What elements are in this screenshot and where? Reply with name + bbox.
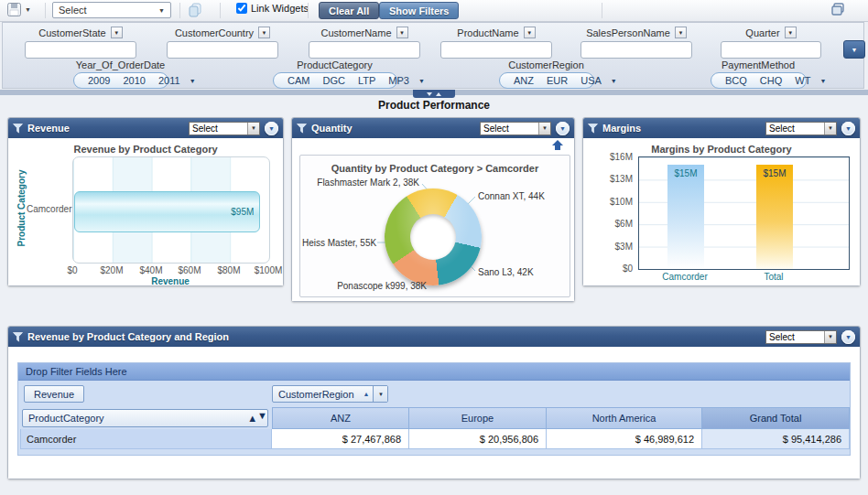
chevron-down-icon: ▼ xyxy=(399,30,405,36)
link-widgets-toggle[interactable]: Link Widgets xyxy=(236,3,309,14)
option-chq[interactable]: CHQ xyxy=(754,75,788,86)
select-value: Select xyxy=(766,332,824,342)
sort-ascending-icon[interactable]: ▲ xyxy=(247,413,257,424)
group-label: ProductCategory xyxy=(273,59,396,70)
chevron-down-icon[interactable]: ▼ xyxy=(418,78,425,84)
option-2010[interactable]: 2010 xyxy=(116,75,151,86)
save-menu-arrow-icon[interactable]: ▼ xyxy=(25,6,31,13)
link-widgets-checkbox[interactable] xyxy=(236,3,247,14)
chevron-down-icon[interactable]: ▼ xyxy=(611,78,617,84)
pivot-panel-menu-button[interactable]: ▼ xyxy=(841,330,855,344)
drop-filter-zone[interactable]: Drop Filter Fields Here xyxy=(18,363,850,381)
customername-input[interactable] xyxy=(309,41,420,59)
chevron-down-icon: ▼ xyxy=(559,125,566,132)
quantity-select-dropdown[interactable]: Select ▼ xyxy=(480,122,551,135)
option-ltp[interactable]: LTP xyxy=(352,75,382,86)
customerstate-input[interactable] xyxy=(25,41,136,59)
camcorder-bar[interactable]: $95M xyxy=(74,191,260,232)
more-filters-button[interactable]: ▼ xyxy=(843,40,865,59)
filter-customername: CustomerName▼ xyxy=(309,27,420,59)
measure-revenue-button[interactable]: Revenue xyxy=(24,385,84,403)
filter-menu-button[interactable]: ▼ xyxy=(524,27,536,38)
table-row: Camcorder $ 27,467,868 $ 20,956,806 $ 46… xyxy=(20,429,850,449)
margins-panel-menu-button[interactable]: ▼ xyxy=(841,122,855,135)
revenue-panel-menu-button[interactable]: ▼ xyxy=(265,122,278,135)
select-value: Select xyxy=(481,124,538,134)
toolbar-separator xyxy=(179,3,180,18)
option-cam[interactable]: CAM xyxy=(281,75,316,86)
column-header-northamerica: North America xyxy=(547,407,702,429)
filter-menu-button[interactable]: ▼ xyxy=(675,27,687,38)
column-header-europe: Europe xyxy=(409,407,547,429)
option-bcq[interactable]: BCQ xyxy=(719,75,754,86)
panel-title: Revenue xyxy=(27,123,70,134)
chevron-down-icon: ▼ xyxy=(526,30,532,36)
quantity-panel-menu-button[interactable]: ▼ xyxy=(556,122,570,135)
productcategory-field-button[interactable]: ProductCategory ▲ ▼ xyxy=(22,409,268,427)
x-tick: $40M xyxy=(133,265,169,275)
filter-menu-button[interactable]: ▼ xyxy=(111,27,123,38)
filter-customercountry: CustomerCountry▼ xyxy=(167,27,278,59)
drill-up-button[interactable] xyxy=(552,140,563,151)
collapse-filters-handle[interactable] xyxy=(413,90,455,98)
copy-widget-button[interactable] xyxy=(187,2,203,18)
filter-menu-button[interactable]: ▼ xyxy=(785,27,797,38)
y-tick: $0 xyxy=(598,264,633,274)
group-label: CustomerRegion xyxy=(499,59,593,70)
plot-area: $15M $15M xyxy=(638,156,850,270)
chevron-down-icon[interactable]: ▼ xyxy=(190,78,196,84)
quantity-panel-header: Quantity Select ▼ ▼ xyxy=(292,118,574,138)
quantity-chart-area: Quantity by Product Category > Camcorder… xyxy=(292,138,574,301)
save-button[interactable]: ▼ xyxy=(6,2,31,17)
revenue-chart-area: Revenue by Product Category Product Cate… xyxy=(8,138,283,285)
filter-label: ProductName xyxy=(457,27,518,38)
pivot-panel: Revenue by Product Category and Region S… xyxy=(7,326,861,479)
productcategory-group: CAM DGC LTP MP3 ▼ xyxy=(273,72,397,89)
filter-customerstate: CustomerState▼ xyxy=(25,27,136,59)
option-anz[interactable]: ANZ xyxy=(507,75,540,86)
clear-all-button[interactable]: Clear All xyxy=(319,2,379,19)
option-wt[interactable]: WT xyxy=(788,75,817,86)
restore-window-button[interactable] xyxy=(830,2,847,17)
chevron-down-icon: ▼ xyxy=(824,331,836,343)
field-menu-button[interactable]: ▼ xyxy=(257,410,267,426)
slice-label-flashmaster: Flashmaster Mark 2, 38K xyxy=(313,178,419,188)
toolbar-select-dropdown[interactable]: Select ▼ xyxy=(52,2,171,18)
option-dgc[interactable]: DGC xyxy=(316,75,351,86)
revenue-select-dropdown[interactable]: Select ▼ xyxy=(189,122,260,135)
panel-title: Revenue by Product Category and Region xyxy=(27,331,229,342)
x-tick: $20M xyxy=(93,265,130,275)
filter-menu-button[interactable]: ▼ xyxy=(258,27,270,38)
pivot-select-dropdown[interactable]: Select ▼ xyxy=(765,330,837,344)
field-menu-button[interactable]: ▼ xyxy=(373,386,387,402)
slice-label-connan: Connan XT, 44K xyxy=(478,191,545,201)
slice-label-sano: Sano L3, 42K xyxy=(478,267,534,277)
customerregion-group: ANZ EUR USA ▼ xyxy=(499,72,594,89)
customerregion-field-button[interactable]: CustomerRegion ▲ ▼ xyxy=(272,385,388,403)
salespersonname-input[interactable] xyxy=(580,41,692,59)
bar-value-label: $15M xyxy=(756,165,793,178)
chevron-down-icon[interactable]: ▼ xyxy=(819,78,826,84)
option-usa[interactable]: USA xyxy=(574,75,608,86)
sort-ascending-icon[interactable]: ▲ xyxy=(363,391,370,397)
productname-input[interactable] xyxy=(440,41,552,59)
year-of-orderdate-group: 2009 2010 2011 ▼ xyxy=(73,72,168,89)
chevron-down-icon: ▼ xyxy=(257,410,267,421)
camcorder-bar[interactable]: $15M xyxy=(667,165,704,269)
customercountry-input[interactable] xyxy=(167,41,278,59)
option-2011[interactable]: 2011 xyxy=(152,75,187,86)
option-mp3[interactable]: MP3 xyxy=(382,75,416,86)
plot-area: $95M xyxy=(72,156,270,264)
cell-anz: $ 27,467,868 xyxy=(272,429,409,449)
pivot-body: Drop Filter Fields Here Revenue Customer… xyxy=(8,347,860,479)
y-tick: $6M xyxy=(598,219,633,229)
bar-value-label: $95M xyxy=(231,207,254,217)
group-label: Year_Of_OrderDate xyxy=(73,59,168,70)
total-bar[interactable]: $15M xyxy=(756,165,793,269)
margins-select-dropdown[interactable]: Select ▼ xyxy=(765,122,837,135)
filter-menu-button[interactable]: ▼ xyxy=(396,27,408,38)
show-filters-button[interactable]: Show Filters xyxy=(379,2,459,19)
option-2009[interactable]: 2009 xyxy=(81,75,116,86)
quarter-input[interactable] xyxy=(721,41,821,59)
option-eur[interactable]: EUR xyxy=(540,75,574,86)
